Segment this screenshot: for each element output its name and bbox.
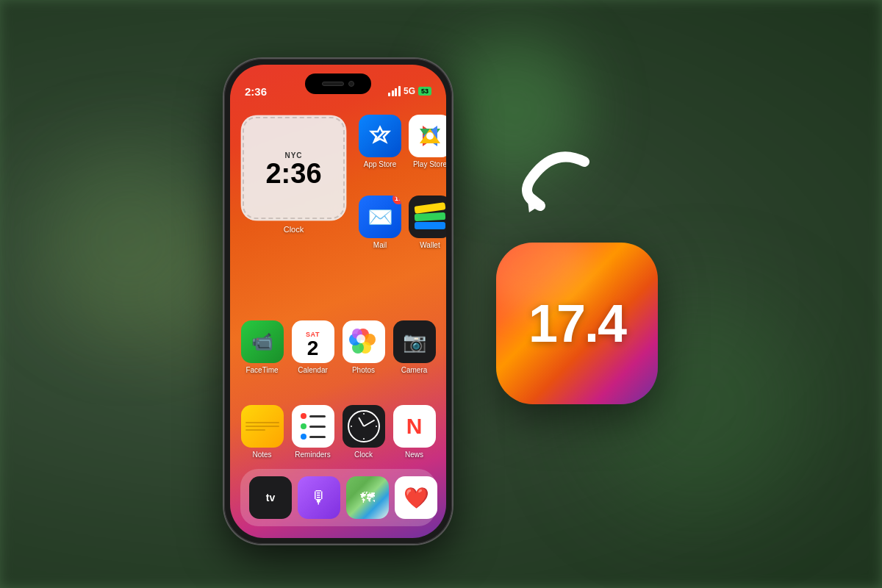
- speaker-grille: [322, 82, 344, 86]
- app-facetime[interactable]: 📹 FaceTime: [240, 320, 284, 374]
- photos-petals: [348, 326, 380, 358]
- tick-3: [376, 426, 377, 427]
- app-clock[interactable]: Clock: [342, 405, 385, 459]
- clock-label: Clock: [354, 451, 373, 459]
- notes-label: Notes: [252, 451, 271, 459]
- app-maps[interactable]: 🗺: [346, 476, 389, 519]
- app-row-3: 📹 FaceTime SAT 2 Calendar: [240, 320, 436, 374]
- photos-icon: [343, 320, 385, 363]
- rem-row-2: [301, 423, 326, 429]
- reminders-list: [295, 407, 331, 445]
- app-appstore[interactable]: App Store: [359, 115, 401, 168]
- app-calendar[interactable]: SAT 2 Calendar: [291, 320, 334, 374]
- rem-dot-1: [301, 413, 306, 419]
- rem-row-1: [301, 413, 326, 419]
- mail-label: Mail: [373, 241, 387, 249]
- health-symbol: ❤️: [404, 486, 429, 510]
- clock-minute-hand: [363, 420, 375, 427]
- app-news[interactable]: N News: [392, 405, 436, 459]
- front-camera: [348, 81, 354, 87]
- signal-bars: [388, 86, 401, 96]
- network-type: 5G: [404, 86, 415, 96]
- facetime-icon: 📹: [241, 320, 284, 363]
- svg-point-5: [426, 132, 434, 140]
- battery-indicator: 53: [418, 87, 431, 96]
- tick-9: [351, 426, 352, 427]
- calendar-icon: SAT 2: [292, 320, 334, 363]
- maps-icon: 🗺: [346, 476, 389, 519]
- tick-12: [363, 413, 365, 415]
- ios-version-badge: 17.4: [496, 243, 658, 404]
- appletv-logo: tv: [266, 492, 275, 503]
- notes-line-2: [245, 426, 279, 427]
- health-icon: ❤️: [395, 476, 437, 519]
- scene: 2:36 5G 53: [0, 0, 882, 588]
- maps-symbol: 🗺: [360, 490, 375, 506]
- news-icon: N: [393, 405, 436, 448]
- podcasts-symbol: 🎙: [310, 487, 328, 508]
- clock-icon: [343, 405, 385, 448]
- app-camera[interactable]: 📷 Camera: [392, 320, 436, 374]
- phone-screen: 2:36 5G 53: [230, 65, 446, 538]
- wallet-label: Wallet: [420, 241, 440, 249]
- news-label: News: [405, 451, 423, 459]
- bar4: [398, 86, 401, 96]
- rem-dot-2: [301, 423, 306, 429]
- clock-widget[interactable]: NYC 2:36 Clock: [240, 115, 347, 221]
- phone: 2:36 5G 53: [224, 59, 452, 544]
- appstore-icon: [359, 115, 401, 157]
- appstore-label: App Store: [364, 160, 396, 168]
- notes-lines: [241, 416, 284, 437]
- app-playstore[interactable]: Play Store: [409, 115, 446, 168]
- notes-line-3: [245, 429, 266, 431]
- arrow-svg: [481, 140, 599, 228]
- calendar-display: SAT 2: [292, 320, 334, 363]
- app-row-2: ✉️ 17 Mail Wallet: [359, 196, 436, 249]
- rem-line-2: [309, 426, 326, 428]
- reminders-label: Reminders: [295, 451, 330, 459]
- camera-symbol: 📷: [403, 331, 426, 354]
- rem-row-3: [301, 434, 326, 440]
- camera-label: Camera: [401, 366, 428, 374]
- bar1: [388, 93, 390, 96]
- tick-6: [363, 438, 365, 440]
- clock-widget-label: Clock: [241, 225, 346, 234]
- app-row-4: Notes: [240, 405, 436, 459]
- podcasts-icon: 🎙: [298, 476, 340, 519]
- app-podcasts[interactable]: 🎙: [298, 476, 340, 519]
- right-side: 17.4: [496, 140, 658, 404]
- app-health[interactable]: ❤️: [395, 476, 437, 519]
- dock: tv 🎙 🗺 ❤️: [240, 469, 436, 526]
- app-reminders[interactable]: Reminders: [291, 405, 334, 459]
- playstore-icon: [409, 115, 446, 157]
- appletv-icon: tv: [249, 476, 292, 519]
- playstore-label: Play Store: [413, 160, 446, 168]
- mail-icon: ✉️ 17: [359, 196, 401, 238]
- facetime-camera-symbol: 📹: [251, 331, 273, 352]
- calendar-date: 2: [307, 338, 319, 359]
- bar3: [395, 88, 397, 96]
- app-row-1: App Store Play Store: [359, 115, 436, 168]
- mail-badge: 17: [392, 196, 401, 204]
- rem-dot-3: [301, 434, 306, 440]
- notes-line-1: [245, 422, 279, 423]
- status-indicators: 5G 53: [388, 86, 431, 96]
- app-photos[interactable]: Photos: [342, 320, 385, 374]
- app-mail[interactable]: ✉️ 17 Mail: [359, 196, 401, 249]
- petal-center: [356, 334, 365, 343]
- app-appletv[interactable]: tv: [249, 476, 292, 519]
- app-notes[interactable]: Notes: [240, 405, 284, 459]
- news-n-symbol: N: [406, 414, 423, 439]
- reminders-icon: [292, 405, 334, 448]
- calendar-label: Calendar: [298, 366, 328, 374]
- clock-ticks: [243, 117, 345, 219]
- facetime-label: FaceTime: [245, 366, 278, 374]
- clock-app-face: [348, 410, 380, 442]
- dynamic-island: [305, 74, 371, 94]
- home-content: NYC 2:36 Clock App Store: [230, 107, 446, 538]
- wallet-cards: [409, 196, 446, 238]
- arrow-wrap: [481, 140, 599, 228]
- app-wallet[interactable]: Wallet: [409, 196, 446, 249]
- wallet-card-2: [415, 212, 445, 221]
- camera-icon: 📷: [393, 320, 436, 363]
